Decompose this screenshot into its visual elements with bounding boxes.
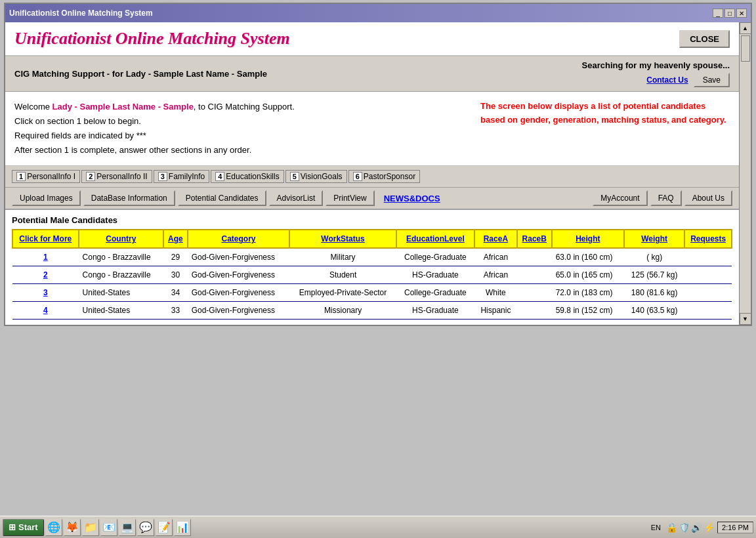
cell-row1-col2: Congo - Brazzaville xyxy=(79,248,164,266)
cell-row3-col1[interactable]: 3 xyxy=(12,284,79,302)
candidates-table: Click for More Country Age Category Work… xyxy=(12,229,732,320)
tab-4-num: 4 xyxy=(215,172,224,181)
tab-5-num: 5 xyxy=(290,172,299,181)
scroll-down-button[interactable]: ▼ xyxy=(740,313,751,325)
col-link-racea[interactable]: RaceA xyxy=(484,234,508,243)
taskbar-icon-4[interactable]: 💻 xyxy=(119,519,136,536)
tab-5-label: VisionGoals xyxy=(301,172,343,181)
cell-row1-col8 xyxy=(517,248,552,266)
col-link-click-more[interactable]: Click for More xyxy=(19,234,72,243)
start-button[interactable]: ⊞ Start xyxy=(3,519,44,536)
welcome-line1: Welcome Lady - Sample Last Name - Sample… xyxy=(14,100,295,114)
minimize-button[interactable]: _ xyxy=(713,9,723,18)
tab-pastorsponsor[interactable]: 6 PastorSponsor xyxy=(348,170,421,183)
col-link-age[interactable]: Age xyxy=(168,234,183,243)
cell-row4-col11 xyxy=(684,302,732,320)
network-icon: 🔒 xyxy=(666,522,677,533)
taskbar-icon-3[interactable]: 📧 xyxy=(100,519,117,536)
table-row: 1Congo - Brazzaville29God-Given-Forgiven… xyxy=(12,248,732,266)
tab-3-label: FamilyInfo xyxy=(169,172,205,181)
close-button[interactable]: CLOSE xyxy=(679,30,730,48)
taskbar-icon-firefox[interactable]: 🦊 xyxy=(64,519,81,536)
scrollbar: ▲ ▼ xyxy=(739,22,751,325)
tab-2-num: 2 xyxy=(86,172,95,181)
row-link-2[interactable]: 2 xyxy=(43,270,48,279)
taskbar-icon-skype[interactable]: 💬 xyxy=(137,519,154,536)
cell-row4-col4: God-Given-Forgiveness xyxy=(188,302,290,320)
save-button[interactable]: Save xyxy=(694,73,730,87)
table-row: 2Congo - Brazzaville30God-Given-Forgiven… xyxy=(12,266,732,284)
tab-personalinfo-1[interactable]: 1 PersonalInfo I xyxy=(12,170,80,183)
table-row: 4United-States33God-Given-ForgivenessMis… xyxy=(12,302,732,320)
my-account-button[interactable]: MyAccount xyxy=(593,190,647,206)
col-link-weight[interactable]: Weight xyxy=(641,234,667,243)
cell-row3-col11 xyxy=(684,284,732,302)
window-controls: _ □ ✕ xyxy=(713,9,747,18)
cell-row3-col7: White xyxy=(474,284,517,302)
power-icon: ⚡ xyxy=(704,522,715,533)
cell-row4-col2: United-States xyxy=(79,302,164,320)
col-header-racea: RaceA xyxy=(474,230,517,248)
cell-row4-col1[interactable]: 4 xyxy=(12,302,79,320)
cell-row2-col1[interactable]: 2 xyxy=(12,266,79,284)
table-body: 1Congo - Brazzaville29God-Given-Forgiven… xyxy=(12,248,732,320)
cell-row2-col10: 125 (56.7 kg) xyxy=(624,266,684,284)
cell-row2-col7: African xyxy=(474,266,517,284)
col-link-category[interactable]: Category xyxy=(222,234,256,243)
tab-personalinfo-2[interactable]: 2 PersonalInfo II xyxy=(81,170,152,183)
col-header-category: Category xyxy=(188,230,290,248)
window-close-button[interactable]: ✕ xyxy=(736,9,747,18)
taskbar-icon-folder[interactable]: 📁 xyxy=(82,519,99,536)
taskbar-icon-excel[interactable]: 📊 xyxy=(174,519,191,536)
news-docs-button[interactable]: NEWS&DOCS xyxy=(377,192,447,205)
tab-familyinfo[interactable]: 3 FamilyInfo xyxy=(154,170,209,183)
row-link-4[interactable]: 4 xyxy=(43,306,48,315)
cell-row4-col3: 33 xyxy=(163,302,187,320)
col-link-education[interactable]: EducationLevel xyxy=(406,234,465,243)
welcome-suffix: , to CIG Matching Support. xyxy=(194,102,295,112)
header: Unificationist Online Matching System CL… xyxy=(5,22,739,56)
col-link-height[interactable]: Height xyxy=(576,234,600,243)
upload-images-button[interactable]: Upload Images xyxy=(12,190,81,206)
col-link-requests[interactable]: Requests xyxy=(690,234,726,243)
cell-row1-col9: 63.0 in (160 cm) xyxy=(552,248,624,266)
language-indicator: EN xyxy=(648,522,663,533)
table-title: Potential Male Candidates xyxy=(12,215,732,225)
taskbar: ⊞ Start 🌐 🦊 📁 📧 💻 💬 📝 📊 EN 🔒 🛡️ 🔊 ⚡ 2:16… xyxy=(0,516,756,538)
window-title-text: Unificationist Online Matching System xyxy=(9,9,153,18)
welcome-area: Welcome Lady - Sample Last Name - Sample… xyxy=(5,92,739,166)
print-view-button[interactable]: PrintView xyxy=(326,190,374,206)
row-link-1[interactable]: 1 xyxy=(43,253,48,262)
taskbar-icon-word[interactable]: 📝 xyxy=(156,519,173,536)
col-link-raceb[interactable]: RaceB xyxy=(522,234,547,243)
tabs-bar: 1 PersonalInfo I 2 PersonalInfo II 3 Fam… xyxy=(5,166,739,188)
cell-row1-col1[interactable]: 1 xyxy=(12,248,79,266)
advisor-list-button[interactable]: AdvisorList xyxy=(269,190,324,206)
info-bar: CIG Matching Support - for Lady - Sample… xyxy=(5,56,739,92)
tab-educationskills[interactable]: 4 EducationSkills xyxy=(211,170,284,183)
cell-row2-col6: HS-Graduate xyxy=(396,266,474,284)
potential-candidates-button[interactable]: Potential Candidates xyxy=(178,190,266,206)
cell-row4-col5: Missionary xyxy=(289,302,396,320)
scroll-up-button[interactable]: ▲ xyxy=(740,22,751,34)
cell-row1-col7: African xyxy=(474,248,517,266)
scrollbar-thumb[interactable] xyxy=(741,35,750,62)
database-info-button[interactable]: DataBase Information xyxy=(83,190,175,206)
about-us-button[interactable]: About Us xyxy=(684,190,732,206)
taskbar-icon-ie[interactable]: 🌐 xyxy=(45,519,62,536)
table-header-row: Click for More Country Age Category Work… xyxy=(12,230,732,248)
taskbar-time: 2:16 PM xyxy=(717,522,753,533)
contact-us-link[interactable]: Contact Us xyxy=(646,75,688,85)
cell-row3-col2: United-States xyxy=(79,284,164,302)
welcome-line2: Click on section 1 below to begin. xyxy=(14,114,295,129)
cell-row2-col3: 30 xyxy=(163,266,187,284)
col-header-requests: Requests xyxy=(684,230,732,248)
row-link-3[interactable]: 3 xyxy=(43,288,48,297)
maximize-button[interactable]: □ xyxy=(724,9,735,18)
tab-2-label: PersonalInfo II xyxy=(96,172,147,181)
col-link-country[interactable]: Country xyxy=(106,234,136,243)
cell-row1-col11 xyxy=(684,248,732,266)
col-link-workstatus[interactable]: WorkStatus xyxy=(321,234,364,243)
faq-button[interactable]: FAQ xyxy=(650,190,682,206)
tab-visiongoals[interactable]: 5 VisionGoals xyxy=(285,170,347,183)
